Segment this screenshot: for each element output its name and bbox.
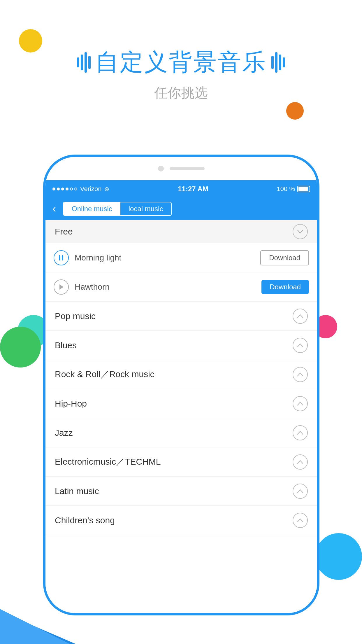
category-row-blues[interactable]: Blues bbox=[45, 331, 317, 360]
category-row-children[interactable]: Children's song bbox=[45, 506, 317, 535]
wave-bar bbox=[279, 55, 281, 70]
svg-rect-0 bbox=[59, 255, 60, 260]
category-row-rock[interactable]: Rock & Roll／Rock music bbox=[45, 360, 317, 389]
wave-bar bbox=[271, 56, 274, 69]
wave-right bbox=[271, 52, 285, 73]
phone-frame: Verizon ⊛ 11:27 AM 100 % ‹ Online music … bbox=[43, 155, 319, 615]
battery-label: 100 % bbox=[277, 185, 295, 193]
green-dot-decoration bbox=[0, 327, 41, 368]
category-expand-icon-blues[interactable] bbox=[293, 338, 308, 353]
wave-bar bbox=[283, 57, 285, 67]
category-expand-icon-children[interactable] bbox=[293, 513, 308, 528]
wave-bar bbox=[85, 52, 87, 73]
status-left: Verizon ⊛ bbox=[52, 185, 109, 193]
signal-dot-empty bbox=[70, 188, 73, 190]
category-name-electronic: Electronicmusic／TECHML bbox=[55, 456, 161, 468]
category-expand-icon-latin[interactable] bbox=[293, 484, 308, 499]
pause-button-morning-light[interactable] bbox=[54, 250, 69, 265]
signal-dot bbox=[57, 188, 60, 190]
track-info-left: Morning light bbox=[54, 250, 121, 265]
tab-online-music[interactable]: Online music bbox=[64, 202, 120, 215]
svg-marker-2 bbox=[59, 284, 64, 290]
category-name-latin: Latin music bbox=[55, 486, 99, 496]
signal-dots bbox=[52, 188, 77, 190]
signal-dot bbox=[61, 188, 64, 190]
category-name-pop: Pop music bbox=[55, 311, 96, 321]
wifi-icon: ⊛ bbox=[104, 186, 109, 192]
header-section: 自定义背景音乐 任你挑选 bbox=[0, 47, 362, 102]
title-text: 自定义背景音乐 bbox=[95, 47, 267, 78]
wave-bar bbox=[81, 55, 83, 70]
phone-top-bar bbox=[45, 157, 317, 180]
nav-bar: ‹ Online music local music bbox=[45, 198, 317, 220]
battery-bar bbox=[297, 186, 310, 192]
status-right: 100 % bbox=[277, 185, 310, 193]
wave-bar bbox=[88, 56, 91, 69]
download-button-morning-light[interactable]: Download bbox=[260, 250, 309, 265]
category-row-hiphop[interactable]: Hip-Hop bbox=[45, 389, 317, 418]
download-button-hawthorn[interactable]: Download bbox=[261, 280, 309, 294]
wave-bar bbox=[275, 52, 277, 73]
list-area: Free Morning light bbox=[45, 220, 317, 613]
track-row-hawthorn: Hawthorn Download bbox=[45, 272, 317, 302]
track-title-morning-light: Morning light bbox=[75, 253, 121, 262]
track-row-morning-light: Morning light Download bbox=[45, 243, 317, 272]
status-bar: Verizon ⊛ 11:27 AM 100 % bbox=[45, 180, 317, 198]
svg-rect-1 bbox=[62, 255, 63, 260]
play-button-hawthorn[interactable] bbox=[54, 279, 69, 295]
battery-fill bbox=[298, 187, 308, 191]
section-title-free: Free bbox=[55, 227, 73, 237]
main-title: 自定义背景音乐 bbox=[0, 47, 362, 78]
category-name-jazz: Jazz bbox=[55, 428, 73, 438]
wave-bar bbox=[77, 57, 79, 67]
subtitle-text: 任你挑选 bbox=[0, 84, 362, 102]
section-header-free[interactable]: Free bbox=[45, 220, 317, 243]
blue-dot-decoration bbox=[315, 533, 362, 580]
section-expand-icon[interactable] bbox=[293, 224, 308, 239]
phone-mockup: Verizon ⊛ 11:27 AM 100 % ‹ Online music … bbox=[43, 155, 319, 615]
category-name-hiphop: Hip-Hop bbox=[55, 399, 87, 409]
carrier-label: Verizon bbox=[80, 185, 101, 193]
phone-speaker bbox=[170, 167, 205, 170]
track-info-left: Hawthorn bbox=[54, 279, 110, 295]
orange-dot-decoration bbox=[286, 102, 304, 120]
category-expand-icon-electronic[interactable] bbox=[293, 454, 308, 470]
time-display: 11:27 AM bbox=[178, 185, 208, 193]
back-button[interactable]: ‹ bbox=[52, 203, 56, 215]
category-name-blues: Blues bbox=[55, 340, 77, 350]
category-expand-icon-rock[interactable] bbox=[293, 367, 308, 382]
wave-left bbox=[77, 52, 91, 73]
category-name-children: Children's song bbox=[55, 515, 115, 525]
tab-group: Online music local music bbox=[63, 202, 172, 216]
category-row-electronic[interactable]: Electronicmusic／TECHML bbox=[45, 447, 317, 477]
category-expand-icon-pop[interactable] bbox=[293, 309, 308, 324]
track-title-hawthorn: Hawthorn bbox=[75, 282, 110, 292]
category-row-latin[interactable]: Latin music bbox=[45, 477, 317, 506]
category-expand-icon-jazz[interactable] bbox=[293, 425, 308, 440]
tab-local-music[interactable]: local music bbox=[120, 202, 171, 215]
category-row-jazz[interactable]: Jazz bbox=[45, 418, 317, 447]
category-name-rock: Rock & Roll／Rock music bbox=[55, 368, 154, 380]
signal-dot bbox=[52, 188, 55, 190]
category-row-pop[interactable]: Pop music bbox=[45, 302, 317, 331]
signal-dot-empty bbox=[74, 188, 77, 190]
category-expand-icon-hiphop[interactable] bbox=[293, 396, 308, 411]
signal-dot bbox=[66, 188, 68, 190]
phone-camera bbox=[158, 166, 164, 172]
